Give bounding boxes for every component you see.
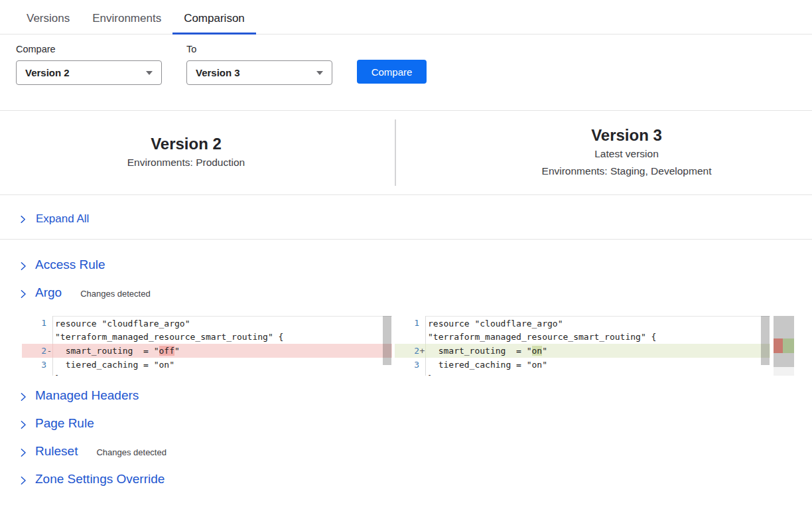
scrollbar-thumb[interactable] bbox=[761, 316, 770, 365]
divider bbox=[0, 239, 812, 240]
expand-all-label: Expand All bbox=[36, 212, 89, 226]
version-left-header: Version 2 Environments: Production bbox=[0, 111, 395, 194]
section-page-rule[interactable]: Page Rule bbox=[19, 416, 812, 432]
expand-all-button[interactable]: Expand All bbox=[0, 195, 812, 239]
chevron-down-icon bbox=[146, 71, 153, 75]
diff-line: 1 resource "cloudflare_argo" bbox=[22, 316, 392, 330]
section-label: Argo bbox=[35, 285, 62, 300]
chevron-right-icon bbox=[19, 476, 28, 485]
version-left-title: Version 2 bbox=[151, 134, 222, 154]
section-label: Page Rule bbox=[35, 416, 94, 431]
compare-label: Compare bbox=[16, 44, 162, 54]
compare-from-select[interactable]: Version 2 bbox=[16, 60, 162, 85]
diff-line: } bbox=[395, 372, 794, 376]
section-label: Access Rule bbox=[35, 258, 105, 272]
chevron-right-icon bbox=[19, 448, 28, 457]
tab-bar: Versions Environments Comparison bbox=[0, 0, 812, 35]
section-ruleset[interactable]: Ruleset Changes detected bbox=[19, 444, 812, 460]
version-right-latest-label: Latest version bbox=[594, 145, 659, 163]
scrollbar[interactable] bbox=[760, 316, 770, 376]
diff-panel-left: 1 resource "cloudflare_argo" "terraform_… bbox=[22, 316, 392, 376]
tab-versions[interactable]: Versions bbox=[15, 11, 81, 34]
removed-token: off bbox=[159, 346, 174, 356]
compare-form: Compare Version 2 To Version 3 Compare bbox=[0, 35, 812, 85]
section-label: Zone Settings Override bbox=[35, 472, 165, 486]
diff-line: 3 tiered_caching = "on" bbox=[22, 358, 392, 372]
version-right-title: Version 3 bbox=[591, 125, 662, 145]
chevron-right-icon bbox=[19, 262, 28, 271]
diff-line: } bbox=[22, 372, 392, 376]
scrollbar-thumb[interactable] bbox=[383, 316, 391, 365]
version-right-environments: Environments: Staging, Development bbox=[542, 163, 712, 180]
chevron-right-icon bbox=[19, 289, 28, 299]
chevron-right-icon bbox=[19, 392, 28, 402]
section-argo[interactable]: Argo Changes detected bbox=[19, 285, 812, 301]
compare-to-select[interactable]: Version 3 bbox=[186, 60, 332, 85]
chevron-right-icon bbox=[19, 215, 27, 224]
tab-comparison[interactable]: Comparison bbox=[172, 11, 256, 34]
chevron-down-icon bbox=[316, 71, 323, 75]
argo-diff: 1 resource "cloudflare_argo" "terraform_… bbox=[22, 316, 794, 376]
scrollbar[interactable] bbox=[382, 316, 392, 376]
diff-overview-change-marker bbox=[774, 338, 794, 353]
diff-overview-ruler[interactable] bbox=[770, 316, 794, 376]
diff-line: "terraform_managed_resource_smart_routin… bbox=[22, 330, 392, 344]
diff-line-removed: 2- smart_routing = "off" bbox=[22, 344, 392, 358]
to-label: To bbox=[186, 44, 332, 54]
section-access-rule[interactable]: Access Rule bbox=[19, 258, 812, 273]
section-managed-headers[interactable]: Managed Headers bbox=[19, 388, 812, 404]
chevron-right-icon bbox=[19, 420, 28, 429]
section-zone-settings-override[interactable]: Zone Settings Override bbox=[19, 472, 812, 488]
changes-detected-badge: Changes detected bbox=[80, 289, 151, 299]
version-headers: Version 2 Environments: Production Versi… bbox=[0, 111, 812, 194]
tab-environments[interactable]: Environments bbox=[81, 11, 172, 34]
changes-detected-badge: Changes detected bbox=[96, 447, 167, 457]
diff-line-added: 2+ smart_routing = "on" bbox=[395, 344, 794, 358]
version-left-environments: Environments: Production bbox=[127, 154, 245, 171]
diff-line: "terraform_managed_resource_smart_routin… bbox=[395, 330, 794, 344]
version-right-header: Version 3 Latest version Environments: S… bbox=[396, 111, 812, 194]
compare-to-value: Version 3 bbox=[196, 67, 240, 78]
section-label: Managed Headers bbox=[35, 388, 139, 403]
section-label: Ruleset bbox=[35, 444, 78, 459]
comparison-page: Versions Environments Comparison Compare… bbox=[0, 0, 812, 523]
compare-from-value: Version 2 bbox=[25, 67, 70, 78]
diff-line: 1 resource "cloudflare_argo" bbox=[395, 316, 794, 330]
to-field: To Version 3 bbox=[186, 44, 332, 85]
compare-field: Compare Version 2 bbox=[16, 44, 162, 85]
added-token: on bbox=[532, 346, 543, 356]
compare-button[interactable]: Compare bbox=[357, 60, 427, 84]
diff-panel-right: 1 resource "cloudflare_argo" "terraform_… bbox=[395, 316, 794, 376]
diff-line: 3 tiered_caching = "on" bbox=[395, 358, 794, 372]
